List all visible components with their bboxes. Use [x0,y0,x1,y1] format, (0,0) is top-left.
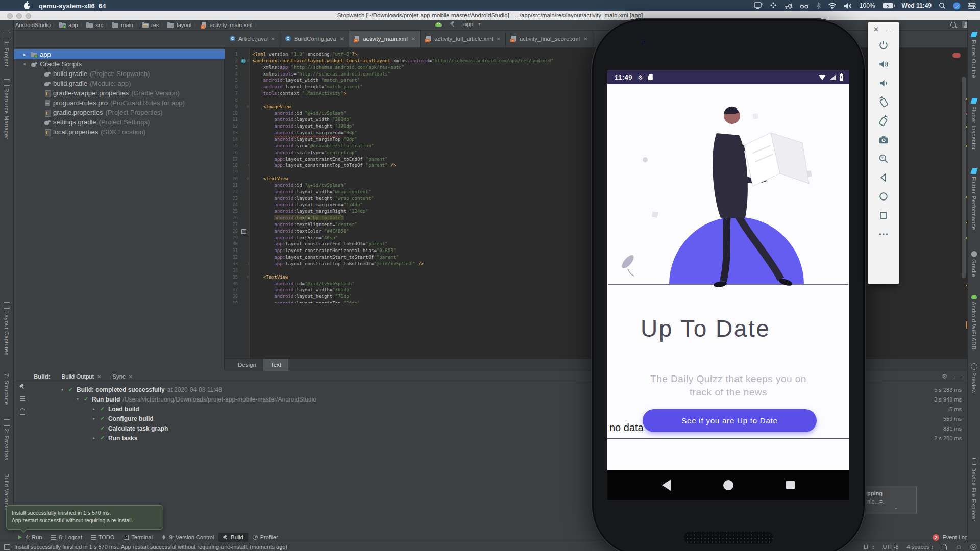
display-icon[interactable] [754,2,763,9]
install-notification-balloon[interactable]: Install successfully finished in 1 s 570… [6,505,163,530]
project-tree-row[interactable]: gradle.properties (Project Properties) [13,108,225,117]
tab-sync[interactable]: Sync✕ [112,373,133,380]
fold-marker-icon[interactable] [247,261,252,267]
fold-marker-icon[interactable] [247,287,252,293]
project-tree-row[interactable]: ▸ app [13,49,225,59]
fold-marker-icon[interactable] [247,84,252,90]
sidebar-item-device-file-explorer[interactable]: Device File Explorer [968,458,980,521]
apple-menu-icon[interactable] [24,3,30,9]
fold-marker-icon[interactable] [247,110,252,117]
project-tree-row[interactable]: local.properties (SDK Location) [13,127,225,137]
line-ending-selector[interactable]: LF ↕ [864,544,874,550]
fold-marker-icon[interactable] [247,202,252,208]
back-button[interactable] [662,480,671,491]
tree-expand-arrow[interactable]: ▾ [61,387,68,392]
toolwindow-button[interactable]: TODO [87,533,119,542]
fold-marker-icon[interactable] [247,136,252,143]
fold-marker-icon[interactable] [247,221,252,228]
fold-marker-icon[interactable] [247,235,252,241]
build-hammer-icon[interactable] [449,21,456,27]
fold-marker-icon[interactable] [247,169,252,176]
toolwindow-button[interactable]: 4: Run [13,533,46,542]
sidebar-item-resource-manager[interactable]: Resource Manager [0,79,13,139]
close-tab-icon[interactable]: ✕ [411,36,415,42]
tree-expand-arrow[interactable]: ▾ [23,62,31,67]
fold-marker-icon[interactable] [247,162,252,169]
fold-marker-icon[interactable] [247,156,252,163]
breadcrumb-item[interactable]: main 〉 [112,22,142,29]
toolwindow-button[interactable]: 9: Version Control [157,533,218,542]
event-log-button[interactable]: 2 Event Log [933,533,968,542]
fold-marker-icon[interactable] [247,267,252,274]
tree-expand-arrow[interactable]: ▸ [93,407,100,411]
toolwindow-button[interactable]: Terminal [119,533,157,542]
volume-up-button[interactable] [877,58,890,70]
emulator-back-button[interactable] [877,171,890,184]
breadcrumb-item[interactable]: app 〉 [59,22,86,29]
editor-tab[interactable]: Article.java ✕ [225,30,280,47]
sidebar-item-flutter-outline[interactable]: Flutter Outline [968,32,980,78]
editor-tab[interactable]: BuildConfig.java ✕ [280,30,350,47]
fold-marker-icon[interactable] [247,293,252,300]
close-tab-icon[interactable]: ✕ [129,374,133,380]
screenshot-button[interactable] [877,134,890,146]
home-button[interactable] [723,480,733,490]
breadcrumb-item[interactable]: activity_main.xml 〉 [201,22,261,29]
tree-expand-arrow[interactable]: ▾ [77,397,84,402]
overview-button[interactable] [786,481,795,489]
tiles-icon[interactable] [770,2,777,9]
fold-marker-icon[interactable] [247,116,252,123]
breadcrumb-item[interactable]: AndroidStudio 〉 [6,22,59,29]
bluetooth-icon[interactable] [816,2,821,9]
tree-expand-arrow[interactable]: ▸ [23,52,31,57]
fold-marker-icon[interactable] [247,58,252,64]
toolwindow-button[interactable]: 6: Logcat [46,533,86,542]
status-message[interactable]: Install successfully finished in 1 s 570… [14,544,287,550]
spotlight-search-icon[interactable] [939,2,946,9]
project-tree-row[interactable]: ▾ Gradle Scripts [13,59,225,69]
android-sync-icon[interactable] [435,21,442,27]
emulator-overview-button[interactable] [877,209,890,221]
editor-tab[interactable]: activity_full_article.xml ✕ [421,30,506,47]
tree-expand-arrow[interactable]: ▸ [93,416,100,421]
project-tree-row[interactable]: settings.gradle (Project Settings) [13,117,225,127]
breadcrumb-item[interactable]: layout 〉 [167,22,200,29]
fold-marker-icon[interactable] [247,176,252,182]
breadcrumb-item[interactable]: res 〉 [142,22,167,29]
hide-panel-icon[interactable]: — [954,373,961,380]
editor-scrollbar[interactable] [962,77,966,278]
sidebar-item-preview[interactable]: Preview [968,363,980,394]
close-tab-icon[interactable]: ✕ [97,374,101,380]
close-tab-icon[interactable]: ✕ [583,36,587,42]
rotate-left-button[interactable] [877,96,890,108]
close-tab-icon[interactable]: ✕ [271,36,275,42]
siri-icon[interactable] [953,2,961,10]
fold-marker-icon[interactable] [247,300,252,303]
project-tree-row[interactable]: build.gradle (Module: app) [13,79,225,88]
zoom-button[interactable] [877,153,890,165]
sidebar-item-gradle[interactable]: Gradle [968,251,980,277]
inspection-error-indicator[interactable] [952,53,961,58]
indent-selector[interactable]: 4 spaces ↕ [907,544,934,550]
fold-marker-icon[interactable] [247,77,252,84]
chevron-down-icon[interactable]: ⌄ [894,505,898,510]
project-tree-row[interactable]: proguard-rules.pro (ProGuard Rules for a… [13,98,225,108]
sidebar-item-structure[interactable]: 7: Structure [0,373,13,405]
rotate-right-button[interactable] [877,115,890,127]
phone-screen[interactable]: 11:49 ⚙ [607,70,849,500]
search-everywhere-icon[interactable] [950,22,956,28]
fold-marker-icon[interactable] [247,182,252,189]
fold-marker-icon[interactable] [247,281,252,287]
breadcrumb-item[interactable]: src 〉 [86,22,112,29]
fold-marker-icon[interactable] [247,189,252,195]
sidebar-item-project[interactable]: 1: Project [0,32,13,66]
project-tree-row[interactable]: build.gradle (Project: Stopwatch) [13,69,225,79]
tab-text[interactable]: Text [263,359,288,371]
control-center-icon[interactable] [968,3,976,9]
editor-tab[interactable]: activity_final_score.xml ✕ [506,30,593,47]
tree-expand-arrow[interactable]: ▸ [93,436,100,440]
fold-marker-icon[interactable] [247,149,252,156]
fold-marker-icon[interactable] [247,208,252,215]
see-if-up-to-date-button[interactable]: See if you are Up to Date [643,409,817,432]
fold-marker-icon[interactable] [247,215,252,221]
